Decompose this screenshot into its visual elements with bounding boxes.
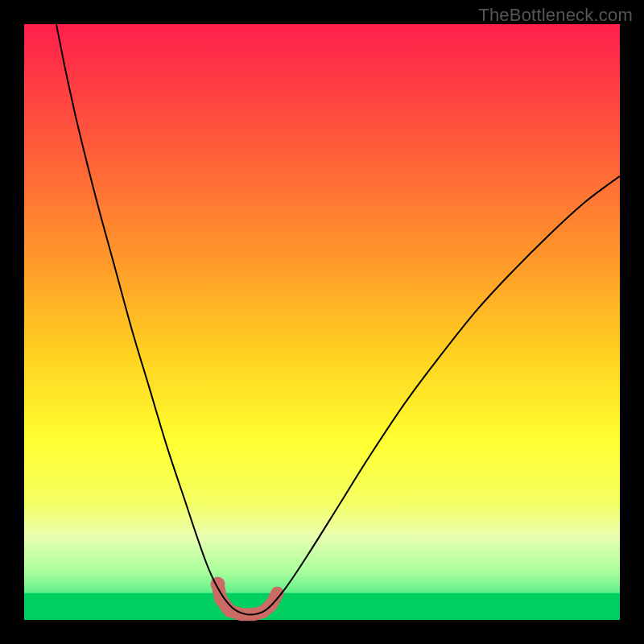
plot-background bbox=[24, 24, 620, 620]
watermark-text: TheBottleneck.com bbox=[478, 5, 633, 26]
bottleneck-chart bbox=[0, 0, 644, 644]
chart-frame: TheBottleneck.com bbox=[0, 0, 644, 644]
green-band bbox=[24, 593, 620, 620]
